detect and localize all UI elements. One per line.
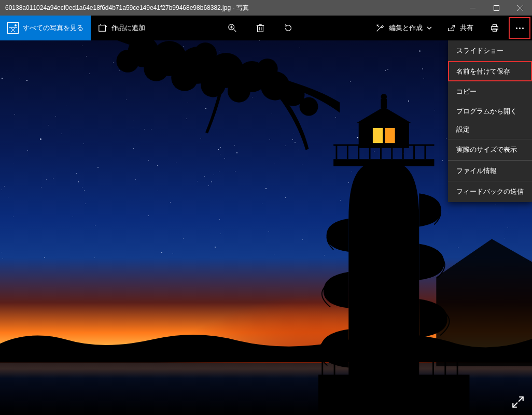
window-titlebar: 60138a011024a94ecf0ed1a64e18f6d4b71a59ce… — [0, 0, 532, 16]
window-maximize-button[interactable] — [484, 0, 508, 16]
menu-item-open-with[interactable]: プログラムから開く — [448, 102, 532, 121]
chevron-down-icon — [427, 23, 432, 33]
svg-point-34 — [228, 80, 250, 103]
see-all-photos-button[interactable]: すべての写真を見る — [0, 16, 91, 40]
svg-rect-13 — [258, 26, 263, 32]
see-all-photos-label: すべての写真を見る — [23, 23, 83, 33]
window-minimize-button[interactable] — [460, 0, 484, 16]
svg-rect-22 — [492, 26, 498, 30]
svg-rect-51 — [358, 123, 409, 149]
picture-icon — [7, 22, 19, 34]
svg-point-31 — [144, 56, 169, 81]
menu-item-feedback-label: フィードバックの送信 — [456, 188, 524, 195]
edit-tools-icon — [375, 23, 385, 33]
window-close-button[interactable] — [508, 0, 532, 16]
svg-point-53 — [381, 94, 387, 100]
share-label: 共有 — [460, 23, 473, 33]
menu-item-save-as[interactable]: 名前を付けて保存 — [448, 61, 532, 82]
rotate-button[interactable] — [274, 16, 302, 40]
menu-item-settings-label: 設定 — [456, 125, 470, 133]
print-button[interactable] — [481, 16, 509, 40]
svg-rect-52 — [381, 99, 387, 108]
svg-line-63 — [519, 397, 523, 402]
ellipsis-icon — [516, 27, 524, 29]
rotate-icon — [284, 23, 293, 33]
svg-rect-1 — [494, 5, 499, 10]
zoom-button[interactable] — [218, 16, 246, 40]
trash-icon — [256, 23, 265, 33]
menu-item-feedback[interactable]: フィードバックの送信 — [448, 181, 532, 202]
svg-rect-23 — [493, 25, 496, 27]
edit-create-button[interactable]: 編集と作成 — [368, 16, 439, 40]
add-to-creation-button[interactable]: 作品に追加 — [91, 16, 152, 40]
svg-point-37 — [257, 59, 277, 79]
menu-item-open-with-label: プログラムから開く — [456, 107, 517, 115]
svg-line-64 — [513, 403, 517, 407]
app-toolbar: すべての写真を見る 作品に追加 編集と作成 共 — [0, 16, 532, 40]
svg-rect-40 — [333, 159, 434, 166]
menu-item-file-info-label: ファイル情報 — [456, 167, 497, 175]
svg-line-10 — [234, 30, 236, 32]
svg-line-18 — [377, 27, 381, 31]
magnifier-plus-icon — [228, 23, 237, 33]
menu-item-save-as-label: 名前を付けて保存 — [456, 67, 510, 75]
menu-item-settings[interactable]: 設定 — [448, 120, 532, 139]
menu-group: プログラムから開く 設定 — [448, 102, 532, 139]
toolbar-spacer-right — [302, 16, 368, 40]
toolbar-spacer-left — [152, 16, 218, 40]
svg-rect-4 — [99, 25, 106, 32]
edit-create-label: 編集と作成 — [389, 23, 423, 33]
more-options-button[interactable] — [509, 17, 530, 39]
svg-point-35 — [116, 50, 139, 73]
menu-item-copy[interactable]: コピー — [448, 81, 532, 102]
svg-point-36 — [194, 42, 217, 65]
more-wrap — [509, 16, 532, 40]
svg-rect-55 — [385, 128, 395, 143]
printer-icon — [490, 23, 499, 33]
menu-item-copy-label: コピー — [456, 88, 477, 95]
menu-item-actual-size-label: 実際のサイズで表示 — [456, 146, 517, 153]
share-icon — [446, 23, 456, 33]
album-add-icon — [98, 23, 107, 33]
window-title: 60138a011024a94ecf0ed1a64e18f6d4b71a59ce… — [0, 4, 460, 12]
svg-rect-54 — [372, 128, 382, 143]
add-to-creation-label: 作品に追加 — [111, 23, 145, 33]
svg-rect-56 — [318, 375, 469, 415]
svg-point-32 — [171, 64, 198, 91]
menu-item-actual-size[interactable]: 実際のサイズで表示 — [448, 139, 532, 160]
share-button[interactable]: 共有 — [439, 16, 481, 40]
menu-item-file-info[interactable]: ファイル情報 — [448, 161, 532, 181]
menu-item-slideshow-label: スライドショー — [456, 47, 503, 54]
fullscreen-button[interactable] — [511, 395, 525, 409]
menu-item-slideshow[interactable]: スライドショー — [448, 40, 532, 61]
delete-button[interactable] — [246, 16, 274, 40]
more-options-menu: スライドショー 名前を付けて保存 コピー プログラムから開く 設定 実際のサイズ… — [448, 40, 532, 202]
